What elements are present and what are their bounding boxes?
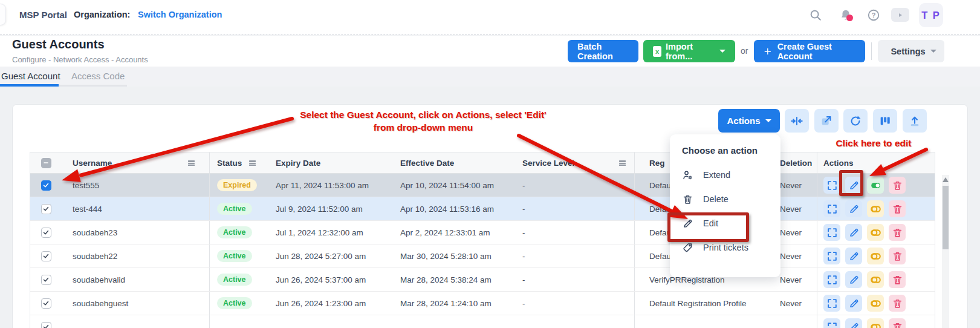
column-username[interactable]: Username xyxy=(73,159,112,168)
scrollbar-thumb[interactable] xyxy=(943,186,949,249)
column-deletion[interactable]: Deletion xyxy=(780,159,812,168)
row-checkbox[interactable] xyxy=(41,204,51,214)
toggle-icon[interactable] xyxy=(867,318,884,328)
column-service-level[interactable]: Service Level xyxy=(522,159,574,168)
video-play-icon[interactable] xyxy=(891,8,909,22)
notifications-bell-icon[interactable] xyxy=(839,8,852,22)
toggle-icon[interactable] xyxy=(867,248,884,264)
table-row[interactable]: test-444 Active Jul 9, 2024 11:52:00 am … xyxy=(30,197,935,221)
import-from-button[interactable]: x Import from... xyxy=(643,40,735,62)
table-row[interactable]: soudabeh22 Active Jun 28, 2024 5:27:00 a… xyxy=(30,244,935,268)
table-row[interactable]: test555 Expired Apr 11, 2024 11:53:00 am… xyxy=(30,174,935,197)
active-tab-underline xyxy=(0,84,59,87)
settings-button[interactable]: Settings xyxy=(878,40,944,62)
deletion-cell: Never xyxy=(780,299,802,308)
menu-item-icon xyxy=(682,218,693,229)
column-menu-icon[interactable] xyxy=(618,159,627,168)
column-menu-icon[interactable] xyxy=(248,159,257,168)
expand-icon[interactable] xyxy=(823,224,840,241)
username-cell: test555 xyxy=(73,181,99,190)
delete-trash-icon[interactable] xyxy=(889,177,906,194)
column-menu-icon[interactable] xyxy=(187,159,196,168)
edit-pencil-icon[interactable] xyxy=(845,295,862,312)
toggle-icon[interactable] xyxy=(867,200,884,217)
breadcrumb: Configure - Network Access - Accounts xyxy=(12,55,148,64)
expand-icon[interactable] xyxy=(823,200,840,217)
row-checkbox[interactable] xyxy=(41,251,51,261)
help-icon[interactable] xyxy=(867,8,880,22)
guest-accounts-table: Username Status Expiry Date Effective Da… xyxy=(30,152,935,328)
service-level-cell: - xyxy=(522,228,525,237)
select-all-checkbox[interactable] xyxy=(41,158,51,168)
row-checkbox[interactable] xyxy=(41,180,51,191)
delete-trash-icon[interactable] xyxy=(889,318,906,328)
toggle-icon[interactable] xyxy=(867,224,884,241)
tab-access-code[interactable]: Access Code xyxy=(71,71,125,81)
expand-icon[interactable] xyxy=(823,295,840,312)
expand-icon[interactable] xyxy=(823,318,840,328)
menu-item-print-tickets[interactable]: Print tickets xyxy=(670,235,780,260)
service-level-cell: - xyxy=(522,181,525,190)
toggle-icon[interactable] xyxy=(867,295,884,312)
create-guest-account-button[interactable]: Create Guest Account xyxy=(754,40,865,62)
status-badge: Active xyxy=(217,274,252,286)
delete-trash-icon[interactable] xyxy=(889,295,906,312)
delete-trash-icon[interactable] xyxy=(889,200,906,217)
sidebar-toggle-button[interactable] xyxy=(0,4,6,25)
chevron-down-icon xyxy=(765,119,771,122)
edit-pencil-icon[interactable] xyxy=(845,248,862,264)
row-checkbox[interactable] xyxy=(41,228,51,238)
column-actions[interactable]: Actions xyxy=(823,159,854,168)
toggle-icon[interactable] xyxy=(867,271,884,288)
notification-dot xyxy=(846,15,853,21)
row-checkbox[interactable] xyxy=(41,322,51,328)
batch-creation-button[interactable]: Batch Creation xyxy=(568,40,638,62)
toggle-icon[interactable] xyxy=(867,177,884,194)
vertical-scrollbar[interactable] xyxy=(942,175,949,328)
menu-item-delete[interactable]: Delete xyxy=(670,187,780,211)
search-icon[interactable] xyxy=(809,8,822,22)
username-cell: soudabehvalid xyxy=(73,275,125,284)
delete-trash-icon[interactable] xyxy=(889,224,906,241)
top-bar: MSP Portal Organization: Switch Organiza… xyxy=(0,0,980,35)
actions-dropdown-button[interactable]: Actions xyxy=(718,109,780,133)
delete-trash-icon[interactable] xyxy=(889,271,906,288)
actions-dropdown-menu: Choose an action Extend Delete Edit Prin… xyxy=(670,134,780,277)
plus-icon xyxy=(764,47,772,56)
expand-icon[interactable] xyxy=(823,271,840,288)
edit-pencil-icon[interactable] xyxy=(845,271,862,288)
edit-pencil-icon[interactable] xyxy=(845,177,862,194)
table-row[interactable]: soudabehvalid Active Jun 26, 2024 5:37:0… xyxy=(30,268,935,292)
switch-organization-link[interactable]: Switch Organization xyxy=(138,10,222,19)
app-brand: MSP Portal xyxy=(19,10,67,20)
edit-pencil-icon[interactable] xyxy=(845,318,862,328)
tab-guest-account[interactable]: Guest Account xyxy=(1,71,60,81)
menu-item-icon xyxy=(682,169,693,181)
status-badge: Active xyxy=(217,297,252,309)
table-row[interactable] xyxy=(30,315,935,328)
edit-pencil-icon[interactable] xyxy=(845,224,862,241)
user-avatar[interactable]: T P xyxy=(919,3,943,27)
refresh-icon[interactable] xyxy=(843,109,868,133)
edit-pencil-icon[interactable] xyxy=(845,200,862,217)
scroll-up-arrow[interactable] xyxy=(943,177,949,182)
table-row[interactable]: soudabehguest Active Jun 26, 2024 1:23:0… xyxy=(30,292,935,315)
column-effective-date[interactable]: Effective Date xyxy=(400,159,454,168)
menu-item-icon xyxy=(682,194,693,205)
column-status[interactable]: Status xyxy=(217,159,242,168)
columns-icon[interactable] xyxy=(873,109,897,133)
menu-item-edit[interactable]: Edit xyxy=(670,211,780,235)
row-checkbox[interactable] xyxy=(41,275,51,285)
export-icon[interactable] xyxy=(903,109,927,133)
column-expiry-date[interactable]: Expiry Date xyxy=(276,159,320,168)
expand-icon[interactable] xyxy=(823,177,840,194)
row-checkbox[interactable] xyxy=(41,298,51,309)
column-registration[interactable]: Reg xyxy=(649,159,665,168)
expand-icon[interactable] xyxy=(823,248,840,264)
open-external-icon[interactable] xyxy=(814,109,839,133)
effective-date-cell: Apr 2, 2024 12:33:01 am xyxy=(400,228,490,237)
table-row[interactable]: soudabeh23 Active Jul 1, 2024 12:32:00 a… xyxy=(30,221,935,244)
delete-trash-icon[interactable] xyxy=(889,248,906,264)
collapse-columns-icon[interactable] xyxy=(785,109,809,133)
menu-item-extend[interactable]: Extend xyxy=(670,163,780,187)
